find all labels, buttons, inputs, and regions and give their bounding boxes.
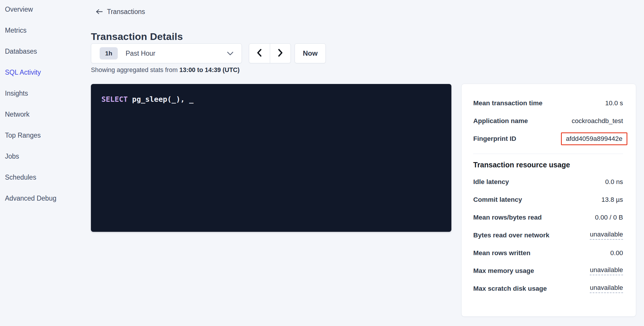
detail-value-unavailable: unavailable	[590, 284, 623, 293]
detail-label: Max memory usage	[473, 267, 534, 275]
sql-keyword: SELECT	[101, 95, 128, 104]
detail-label: Mean rows/bytes read	[473, 214, 542, 221]
detail-value: 0.0 ns	[605, 178, 623, 186]
resource-row-max-memory-usage: Max memory usage unavailable	[473, 262, 623, 280]
resource-row-idle-latency: Idle latency 0.0 ns	[473, 173, 623, 191]
detail-value: 0.00 / 0 B	[595, 214, 623, 221]
next-time-range-button[interactable]	[270, 44, 291, 63]
time-range-dropdown[interactable]: 1h Past Hour	[91, 43, 242, 63]
detail-value: 10.0 s	[605, 99, 623, 107]
sidebar-item-overview[interactable]: Overview	[5, 5, 84, 13]
time-range-step-buttons	[249, 43, 291, 63]
resource-row-mean-rows-bytes-read: Mean rows/bytes read 0.00 / 0 B	[473, 208, 623, 226]
transaction-details-card: Mean transaction time 10.0 s Application…	[461, 84, 636, 317]
resource-row-commit-latency: Commit latency 13.8 µs	[473, 191, 623, 208]
time-range-selected: Past Hour	[126, 50, 155, 57]
card-divider	[473, 154, 623, 154]
sidebar-item-jobs[interactable]: Jobs	[5, 152, 84, 160]
time-range-badge: 1h	[100, 47, 118, 59]
detail-row-fingerprint-id: Fingerprint ID afdd4059a899442e	[473, 130, 623, 148]
detail-value-unavailable: unavailable	[590, 266, 623, 275]
detail-label: Application name	[473, 117, 528, 125]
sidebar-item-advanced-debug[interactable]: Advanced Debug	[5, 194, 84, 202]
detail-value: 0.00	[610, 249, 623, 257]
resource-row-mean-rows-written: Mean rows written 0.00	[473, 244, 623, 262]
previous-time-range-button[interactable]	[249, 44, 270, 63]
aggregated-stats-range: 13:00 to 14:39 (UTC)	[180, 66, 240, 73]
back-arrow-icon	[96, 9, 103, 15]
sidebar-item-network[interactable]: Network	[5, 110, 84, 118]
sidebar-item-insights[interactable]: Insights	[5, 89, 84, 97]
detail-label: Bytes read over network	[473, 232, 549, 239]
breadcrumb-back-transactions[interactable]: Transactions	[96, 7, 145, 16]
sql-statement-box: SELECT pg_sleep(_), _	[91, 84, 451, 232]
breadcrumb-label: Transactions	[107, 8, 145, 16]
detail-value: cockroachdb_test	[572, 117, 623, 125]
chevron-right-icon	[277, 48, 284, 59]
resource-row-bytes-read-over-network: Bytes read over network unavailable	[473, 226, 623, 244]
detail-label: Idle latency	[473, 178, 509, 186]
detail-label: Max scratch disk usage	[473, 285, 547, 292]
aggregated-stats-caption: Showing aggregated stats from 13:00 to 1…	[91, 66, 240, 74]
resource-usage-heading: Transaction resource usage	[473, 157, 623, 173]
detail-label: Fingerprint ID	[473, 135, 516, 143]
detail-label: Mean rows written	[473, 249, 530, 257]
sidebar-item-databases[interactable]: Databases	[5, 47, 84, 55]
sidebar-item-sql-activity[interactable]: SQL Activity	[5, 68, 84, 76]
sidebar-item-schedules[interactable]: Schedules	[5, 173, 84, 181]
sidebar-item-top-ranges[interactable]: Top Ranges	[5, 131, 84, 139]
chevron-left-icon	[256, 48, 263, 59]
sql-statement-text: pg_sleep(_), _	[128, 95, 193, 104]
detail-value: 13.8 µs	[601, 196, 623, 204]
page-title: Transaction Details	[91, 31, 183, 42]
resource-row-max-scratch-disk-usage: Max scratch disk usage unavailable	[473, 280, 623, 297]
now-button[interactable]: Now	[295, 43, 326, 63]
detail-row-mean-transaction-time: Mean transaction time 10.0 s	[473, 94, 623, 112]
chevron-down-icon	[227, 51, 234, 56]
detail-label: Mean transaction time	[473, 99, 543, 107]
fingerprint-id-value-highlighted: afdd4059a899442e	[561, 132, 627, 145]
detail-label: Commit latency	[473, 196, 522, 204]
sidebar-item-metrics[interactable]: Metrics	[5, 26, 84, 34]
detail-value-unavailable: unavailable	[590, 231, 623, 240]
sidebar-nav: Overview Metrics Databases SQL Activity …	[5, 5, 84, 215]
detail-row-application-name: Application name cockroachdb_test	[473, 112, 623, 130]
